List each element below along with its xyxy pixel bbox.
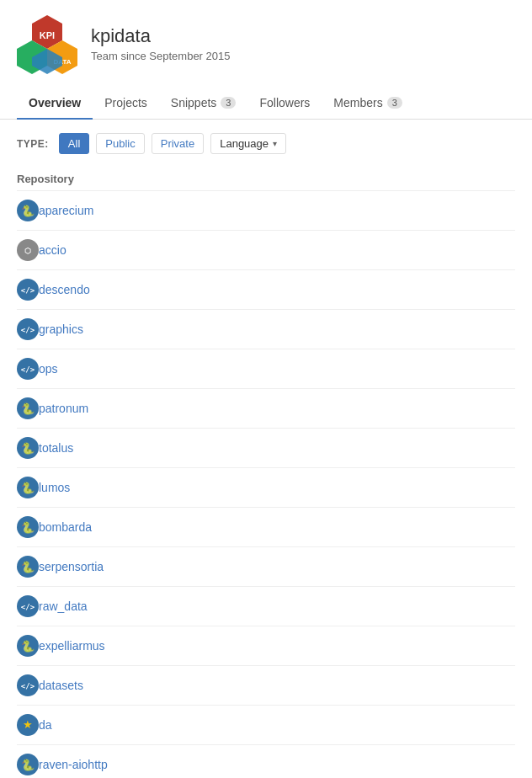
repo-icon: </> (17, 318, 39, 340)
repo-name: bombarda (39, 520, 92, 534)
tab-members[interactable]: Members 3 (322, 88, 413, 120)
list-item[interactable]: 🐍 patronum (17, 389, 515, 429)
list-item[interactable]: ★ da (17, 706, 515, 745)
list-item[interactable]: 🐍 totalus (17, 429, 515, 468)
repo-name: raw_data (39, 599, 88, 613)
tab-projects[interactable]: Projects (93, 88, 159, 120)
repo-icon: 🐍 (17, 477, 39, 498)
tab-followers-label: Followers (259, 96, 310, 109)
snippets-badge: 3 (221, 97, 236, 109)
repo-icon: 🐍 (17, 556, 39, 578)
repo-name: lumos (39, 481, 70, 494)
list-item[interactable]: </> descendo (17, 270, 515, 310)
org-name: kpidata (91, 25, 230, 47)
svg-text:</>: </> (21, 603, 35, 611)
svg-text:KPI: KPI (40, 30, 55, 40)
svg-text:🐍: 🐍 (21, 481, 35, 495)
org-logo: KPI DATA (17, 13, 77, 74)
svg-text:</>: </> (21, 286, 35, 295)
list-item[interactable]: 🐍 raven-aiohttp (17, 745, 515, 778)
repo-icon: ⬡ (17, 239, 39, 261)
svg-text:🐍: 🐍 (21, 520, 35, 535)
svg-text:🐍: 🐍 (21, 560, 35, 574)
language-label: Language (220, 137, 269, 150)
page-header: KPI DATA kpidata Team since September 20… (0, 0, 532, 88)
repo-icon: 🐍 (17, 635, 39, 657)
main-content: TYPE: All Public Private Language ▾ Repo… (0, 120, 532, 778)
filter-private-button[interactable]: Private (152, 133, 204, 154)
repo-icon: 🐍 (17, 754, 39, 775)
svg-text:★: ★ (23, 718, 33, 731)
repo-name: descendo (39, 283, 90, 296)
repo-icon: 🐍 (17, 516, 39, 538)
filter-all-button[interactable]: All (59, 133, 89, 154)
repo-items-container: 🐍 aparecium ⬡ accio </> descendo </> gra… (17, 191, 515, 778)
tab-followers[interactable]: Followers (247, 88, 322, 120)
svg-text:🐍: 🐍 (21, 639, 35, 653)
repo-icon: 🐍 (17, 437, 39, 459)
repo-name: expelliarmus (39, 639, 105, 653)
repo-name: serpensortia (39, 560, 104, 573)
type-filter: TYPE: All Public Private Language ▾ (17, 133, 515, 154)
repo-icon: 🐍 (17, 200, 39, 221)
list-item[interactable]: 🐍 bombarda (17, 508, 515, 547)
org-subtitle: Team since September 2015 (91, 50, 230, 62)
svg-text:🐍: 🐍 (21, 204, 35, 218)
repository-list: Repository 🐍 aparecium ⬡ accio </> desce… (17, 168, 515, 778)
list-item[interactable]: </> datasets (17, 666, 515, 706)
svg-text:</>: </> (21, 682, 35, 690)
repo-name: da (39, 718, 52, 732)
filter-public-button[interactable]: Public (96, 133, 144, 154)
svg-text:</>: </> (21, 326, 35, 334)
type-filter-label: TYPE: (17, 138, 49, 150)
list-item[interactable]: 🐍 aparecium (17, 191, 515, 231)
list-item[interactable]: </> raw_data (17, 587, 515, 626)
list-item[interactable]: </> graphics (17, 310, 515, 349)
repo-name: patronum (39, 402, 88, 415)
svg-text:🐍: 🐍 (21, 441, 35, 456)
svg-text:⬡: ⬡ (24, 247, 31, 255)
list-item[interactable]: </> ops (17, 349, 515, 389)
svg-text:🐍: 🐍 (21, 758, 35, 772)
repo-name: raven-aiohttp (39, 758, 108, 771)
repo-name: graphics (39, 322, 83, 336)
repo-name: accio (39, 243, 66, 257)
list-item[interactable]: ⬡ accio (17, 231, 515, 270)
tab-projects-label: Projects (104, 96, 147, 109)
svg-text:</>: </> (21, 365, 35, 374)
repo-icon: ★ (17, 714, 39, 736)
tab-members-label: Members (333, 96, 382, 109)
list-item[interactable]: 🐍 lumos (17, 468, 515, 508)
members-badge: 3 (387, 97, 402, 109)
repo-icon: </> (17, 358, 39, 380)
repo-icon: </> (17, 595, 39, 617)
repo-name: datasets (39, 679, 83, 692)
tab-overview-label: Overview (29, 96, 81, 109)
language-dropdown[interactable]: Language ▾ (210, 133, 286, 154)
tab-snippets-label: Snippets (171, 96, 216, 109)
repository-list-header: Repository (17, 168, 515, 191)
repo-name: aparecium (39, 204, 93, 217)
repo-icon: 🐍 (17, 397, 39, 419)
list-item[interactable]: 🐍 serpensortia (17, 547, 515, 587)
tab-overview[interactable]: Overview (17, 88, 93, 120)
repo-icon: </> (17, 279, 39, 301)
navigation-tabs: Overview Projects Snippets 3 Followers M… (0, 88, 532, 120)
repo-name: totalus (39, 441, 73, 455)
chevron-down-icon: ▾ (273, 139, 277, 148)
org-info: kpidata Team since September 2015 (91, 25, 230, 61)
list-item[interactable]: 🐍 expelliarmus (17, 626, 515, 666)
repo-name: ops (39, 362, 58, 376)
svg-text:🐍: 🐍 (21, 402, 35, 416)
tab-snippets[interactable]: Snippets 3 (159, 88, 248, 120)
repo-icon: </> (17, 674, 39, 696)
